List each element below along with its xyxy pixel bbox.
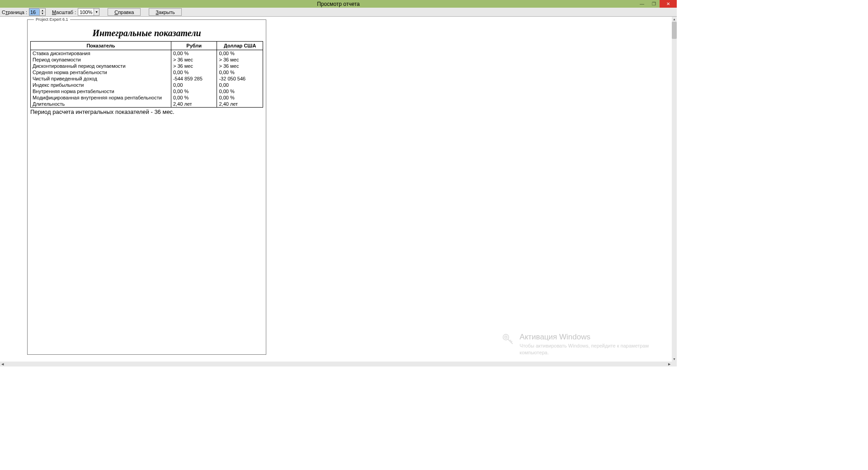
title-bar: Просмотр отчета — ❐ ✕ — [0, 0, 677, 8]
vertical-scrollbar[interactable]: ▲ ▼ — [672, 17, 677, 362]
cell-indicator: Длительность — [31, 101, 171, 108]
col-header-rub: Рубли — [171, 42, 217, 50]
spin-up-icon[interactable]: ▲ — [40, 9, 45, 12]
spin-down-icon[interactable]: ▼ — [40, 12, 45, 15]
close-button[interactable]: ✕ — [660, 0, 677, 8]
cell-indicator: Индекс прибыльности — [31, 82, 171, 88]
cell-indicator: Внутренняя норма рентабельности — [31, 88, 171, 94]
cell-indicator: Дисконтированный период окупаемости — [31, 63, 171, 69]
page-input[interactable] — [29, 9, 39, 15]
report-note: Период расчета интегральных показателей … — [30, 108, 263, 115]
cell-rub: > 36 мес — [171, 63, 217, 69]
table-row: Модифицированная внутренняя норма рентаб… — [31, 94, 263, 101]
cell-indicator: Чистый приведенный доход — [31, 75, 171, 82]
zoom-value: 100% — [78, 9, 94, 15]
cell-rub: > 36 мес — [171, 56, 217, 63]
cell-indicator: Модифицированная внутренняя норма рентаб… — [31, 94, 171, 101]
cell-rub: 0,00 % — [171, 94, 217, 101]
cell-rub: 0,00 % — [171, 69, 217, 75]
table-row: Чистый приведенный доход-544 859 285-32 … — [31, 75, 263, 82]
report-table: Показатель Рубли Доллар США Ставка диско… — [30, 41, 263, 108]
scroll-left-icon[interactable]: ◀ — [0, 362, 5, 367]
window-controls: — ❐ ✕ — [636, 0, 677, 8]
cell-usd: 2,40 лет — [217, 101, 263, 108]
table-row: Внутренняя норма рентабельности0,00 %0,0… — [31, 88, 263, 94]
help-button[interactable]: Справка — [108, 8, 141, 16]
frame-legend: Project Expert 6.1 — [34, 17, 70, 22]
table-row: Средняя норма рентабельности0,00 %0,00 % — [31, 69, 263, 75]
close-report-button[interactable]: Закрыть — [149, 8, 181, 16]
cell-usd: 0,00 % — [217, 50, 263, 57]
window-title: Просмотр отчета — [317, 1, 360, 7]
scroll-right-icon[interactable]: ▶ — [667, 362, 672, 367]
cell-rub: 2,40 лет — [171, 101, 217, 108]
page-spinner[interactable]: ▲ ▼ — [29, 8, 46, 16]
scroll-up-icon[interactable]: ▲ — [672, 17, 677, 22]
chevron-down-icon[interactable]: ▼ — [94, 9, 99, 15]
watermark-title: Активация Windows — [519, 333, 649, 342]
cell-usd: 0,00 % — [217, 69, 263, 75]
toolbar: Страница : ▲ ▼ Масштаб : 100% ▼ Справка … — [0, 8, 677, 17]
cell-rub: 0,00 — [171, 82, 217, 88]
cell-usd: 0,00 — [217, 82, 263, 88]
report-frame: Project Expert 6.1 Интегральные показате… — [27, 19, 266, 355]
cell-usd: 0,00 % — [217, 94, 263, 101]
report-title: Интегральные показатели — [30, 28, 263, 38]
table-row: Дисконтированный период окупаемости> 36 … — [31, 63, 263, 69]
cell-usd: > 36 мес — [217, 56, 263, 63]
cell-usd: -32 050 546 — [217, 75, 263, 82]
cell-rub: 0,00 % — [171, 88, 217, 94]
content-area: Project Expert 6.1 Интегральные показате… — [0, 17, 672, 362]
watermark-text: Чтобы активировать Windows, перейдите к … — [519, 343, 649, 356]
key-icon — [501, 333, 515, 346]
activation-watermark: Активация Windows Чтобы активировать Win… — [501, 333, 649, 356]
table-row: Период окупаемости> 36 мес> 36 мес — [31, 56, 263, 63]
scroll-corner — [672, 362, 677, 367]
cell-indicator: Средняя норма рентабельности — [31, 69, 171, 75]
cell-indicator: Ставка дисконтирования — [31, 50, 171, 57]
zoom-select[interactable]: 100% ▼ — [78, 8, 99, 16]
cell-rub: -544 859 285 — [171, 75, 217, 82]
table-row: Индекс прибыльности0,000,00 — [31, 82, 263, 88]
table-row: Ставка дисконтирования0,00 %0,00 % — [31, 50, 263, 57]
page-label: Страница : — [2, 9, 27, 15]
scroll-thumb[interactable] — [672, 22, 677, 39]
cell-indicator: Период окупаемости — [31, 56, 171, 63]
zoom-label: Масштаб : — [52, 9, 76, 15]
maximize-button[interactable]: ❐ — [648, 0, 660, 8]
scroll-down-icon[interactable]: ▼ — [672, 357, 677, 362]
minimize-button[interactable]: — — [636, 0, 648, 8]
svg-point-1 — [505, 336, 507, 338]
table-row: Длительность2,40 лет2,40 лет — [31, 101, 263, 108]
cell-rub: 0,00 % — [171, 50, 217, 57]
cell-usd: 0,00 % — [217, 88, 263, 94]
cell-usd: > 36 мес — [217, 63, 263, 69]
col-header-usd: Доллар США — [217, 42, 263, 50]
col-header-indicator: Показатель — [31, 42, 171, 50]
horizontal-scrollbar[interactable]: ◀ ▶ — [0, 362, 672, 367]
